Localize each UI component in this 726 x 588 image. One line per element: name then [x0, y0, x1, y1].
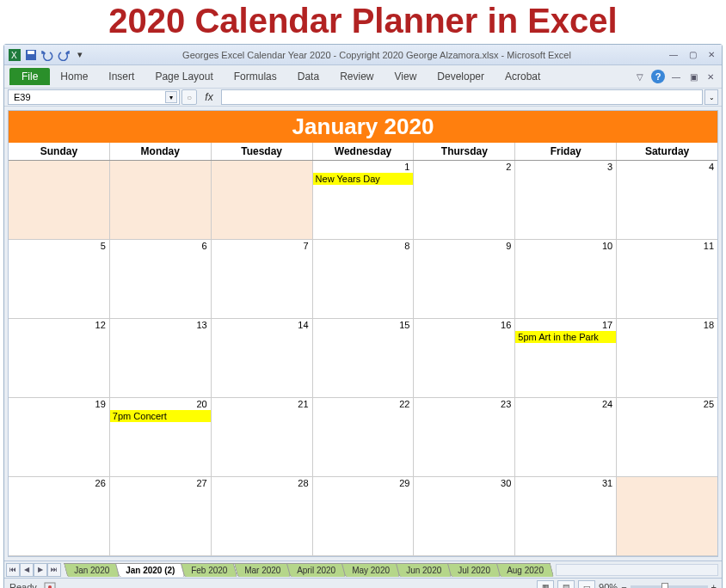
minimize-icon[interactable]: — — [667, 49, 680, 61]
tab-last-icon[interactable]: ⏭ — [47, 563, 61, 577]
calendar-day-cell[interactable] — [617, 477, 717, 556]
calendar-day-cell[interactable]: 28 — [212, 477, 313, 556]
ribbon-tab-page-layout[interactable]: Page Layout — [145, 67, 223, 86]
ribbon-tab-view[interactable]: View — [385, 67, 428, 86]
calendar-day-cell[interactable]: 13 — [110, 319, 212, 398]
calendar-week-row: 1New Years Day234 — [9, 161, 717, 240]
calendar-day-cell[interactable]: 5 — [9, 240, 110, 319]
view-normal-icon[interactable]: ▦ — [537, 580, 554, 589]
calendar-day-cell[interactable]: 11 — [617, 240, 717, 319]
calendar-day-cell[interactable]: 22 — [313, 398, 415, 477]
day-header: Sunday — [9, 143, 110, 160]
close-icon[interactable]: ✕ — [704, 49, 718, 61]
sheet-tab[interactable]: Jan 2020 (2) — [115, 563, 186, 577]
sheet-tab[interactable]: Aug 2020 — [496, 563, 554, 577]
calendar-day-cell[interactable]: 12 — [9, 319, 110, 398]
sheet-tab[interactable]: Feb 2020 — [181, 563, 238, 577]
calendar-day-cell[interactable] — [9, 161, 110, 240]
name-box[interactable]: E39 ▾ — [8, 89, 180, 105]
name-box-value: E39 — [14, 92, 31, 102]
calendar-day-cell[interactable]: 3 — [515, 161, 617, 240]
calendar-day-cell[interactable]: 23 — [414, 398, 515, 477]
calendar-day-cell[interactable]: 1New Years Day — [313, 161, 415, 240]
calendar-day-cell[interactable] — [110, 161, 212, 240]
calendar-day-cell[interactable]: 31 — [515, 477, 617, 556]
day-header: Saturday — [617, 143, 717, 160]
name-box-dropdown-icon[interactable]: ▾ — [165, 91, 177, 103]
macro-record-icon[interactable] — [44, 581, 56, 589]
calendar-day-cell[interactable]: 19 — [9, 398, 110, 477]
sheet-tab[interactable]: Mar 2020 — [234, 563, 292, 577]
calendar-day-cell[interactable]: 26 — [9, 477, 110, 556]
calendar-day-cell[interactable]: 9 — [414, 240, 515, 319]
ribbon-tab-home[interactable]: Home — [50, 67, 98, 86]
sheet-tab[interactable]: Jul 2020 — [447, 563, 501, 577]
calendar-day-cell[interactable]: 2 — [414, 161, 515, 240]
sheet-tab-nav: ⏮ ◀ ▶ ⏭ — [4, 563, 63, 577]
doc-close-icon[interactable]: ✕ — [704, 70, 717, 83]
redo-icon[interactable] — [57, 48, 71, 62]
day-number: 31 — [515, 477, 616, 489]
view-layout-icon[interactable]: ▤ — [557, 580, 575, 589]
zoom-slider[interactable] — [631, 585, 708, 589]
sheet-tab[interactable]: April 2020 — [286, 563, 346, 577]
calendar-day-cell[interactable]: 6 — [110, 240, 212, 319]
formula-expand-icon[interactable]: ⌄ — [704, 89, 718, 105]
day-header: Wednesday — [313, 143, 415, 160]
excel-icon[interactable]: X — [8, 48, 22, 62]
fx-icon[interactable]: fx — [199, 89, 219, 105]
day-event: New Years Day — [313, 173, 414, 185]
formula-input[interactable] — [221, 89, 703, 105]
ribbon-tab-insert[interactable]: Insert — [98, 67, 145, 86]
calendar-day-cell[interactable]: 175pm Art in the Park — [515, 319, 617, 398]
sheet-tab[interactable]: Jan 2020 — [64, 563, 120, 577]
maximize-icon[interactable]: ▢ — [686, 49, 699, 61]
tab-first-icon[interactable]: ⏮ — [6, 563, 20, 577]
calendar-day-cell[interactable]: 10 — [515, 240, 617, 319]
ribbon-minimize-icon[interactable]: ▽ — [634, 70, 646, 83]
calendar-day-cell[interactable]: 18 — [617, 319, 717, 398]
sheet-tab[interactable]: May 2020 — [341, 563, 400, 577]
undo-icon[interactable] — [40, 48, 54, 62]
qat-more-icon[interactable]: ▾ — [73, 48, 87, 62]
calendar-day-cell[interactable]: 21 — [212, 398, 313, 477]
day-number: 29 — [313, 477, 414, 489]
file-tab[interactable]: File — [9, 68, 50, 85]
calendar-day-cell[interactable]: 16 — [414, 319, 515, 398]
zoom-out-icon[interactable]: − — [621, 582, 626, 589]
ribbon-tab-acrobat[interactable]: Acrobat — [495, 67, 551, 86]
day-number: 23 — [414, 398, 514, 410]
calendar-day-cell[interactable]: 4 — [617, 161, 717, 240]
help-icon[interactable]: ? — [651, 70, 665, 83]
calendar-day-cell[interactable]: 15 — [313, 319, 415, 398]
ribbon-tab-review[interactable]: Review — [329, 67, 384, 86]
calendar-day-cell[interactable]: 14 — [212, 319, 313, 398]
ribbon-tab-developer[interactable]: Developer — [427, 67, 495, 86]
horizontal-scrollbar[interactable] — [556, 564, 718, 576]
view-break-icon[interactable]: ▭ — [578, 580, 595, 589]
ribbon-tab-formulas[interactable]: Formulas — [224, 67, 287, 86]
tab-prev-icon[interactable]: ◀ — [20, 563, 34, 577]
doc-minimize-icon[interactable]: — — [670, 70, 682, 83]
calendar-day-cell[interactable]: 25 — [617, 398, 717, 477]
day-event: 7pm Concert — [110, 410, 211, 422]
day-event: 5pm Art in the Park — [515, 331, 616, 343]
sheet-tab[interactable]: Jun 2020 — [396, 563, 452, 577]
calendar-day-cell[interactable]: 24 — [515, 398, 617, 477]
doc-restore-icon[interactable]: ▣ — [687, 70, 699, 83]
calendar-day-cell[interactable]: 29 — [313, 477, 415, 556]
calendar-day-cell[interactable] — [212, 161, 313, 240]
calendar-day-cell[interactable]: 30 — [414, 477, 515, 556]
save-icon[interactable] — [24, 48, 38, 62]
calendar-week-row: 262728293031 — [9, 477, 717, 556]
ribbon-tab-data[interactable]: Data — [287, 67, 329, 86]
calendar-day-cell[interactable]: 8 — [313, 240, 415, 319]
calendar-day-cell[interactable]: 207pm Concert — [110, 398, 212, 477]
calendar-day-cell[interactable]: 7 — [212, 240, 313, 319]
zoom-in-icon[interactable]: + — [711, 582, 717, 589]
calendar-day-cell[interactable]: 27 — [110, 477, 212, 556]
tab-next-icon[interactable]: ▶ — [34, 563, 47, 577]
day-number: 20 — [110, 398, 211, 410]
status-ready: Ready — [9, 582, 37, 589]
status-bar: Ready ▦ ▤ ▭ 90% − + — [4, 578, 722, 588]
